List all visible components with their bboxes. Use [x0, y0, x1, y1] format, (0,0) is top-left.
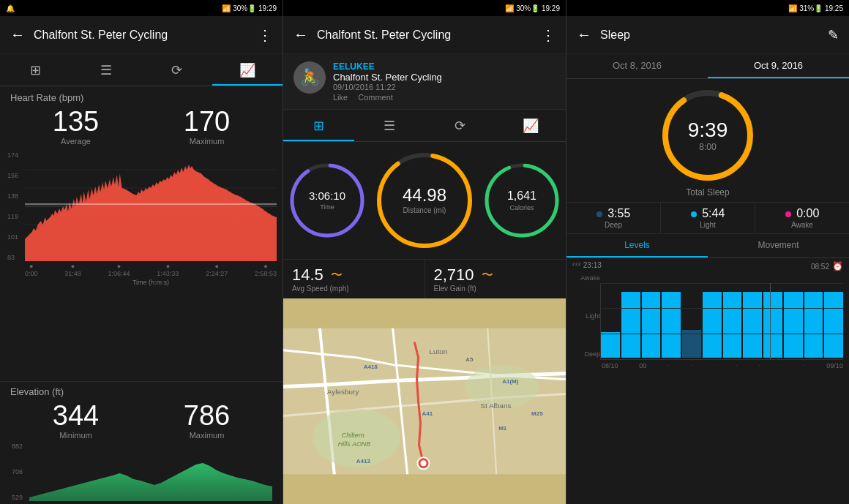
panel3-edit-button[interactable]: ✎: [828, 27, 839, 43]
sleep-bars-container: 08/10 00 · · · · · · · 09/10: [600, 274, 843, 369]
speed-wave-icon: 〜: [331, 268, 343, 283]
sleep-date-oct8[interactable]: Oct 8, 2016: [566, 54, 708, 78]
elev-y-882: 882: [12, 443, 28, 450]
deep-sleep-label: Deep: [569, 221, 657, 229]
panel1-tab-chart[interactable]: 📈: [212, 54, 283, 86]
elev-min-label: Minimum: [53, 431, 99, 440]
sleep-x-dot7: ·: [804, 362, 805, 369]
panel2-tab-list[interactable]: ☰: [354, 110, 425, 141]
panel2-tab-share[interactable]: ⟳: [424, 110, 495, 141]
light-sleep-value: 5:44: [664, 207, 752, 220]
elevation-chart-svg: [29, 443, 272, 501]
time-circle-content: 3:06:10 Time: [309, 190, 345, 211]
panel1-tab-share[interactable]: ⟳: [141, 54, 212, 86]
deep-sleep-value: 3:55: [569, 207, 657, 220]
avg-speed-label: Avg Speed (mph): [292, 285, 349, 293]
sleep-date-oct9[interactable]: Oct 9, 2016: [708, 54, 849, 78]
hr-average-label: Average: [53, 137, 99, 146]
sleep-tab-movement[interactable]: Movement: [708, 234, 849, 257]
map-container[interactable]: Luton Aylesbury St Albans Chiltern Hills…: [283, 298, 566, 504]
panel1-menu-button[interactable]: ⋮: [258, 26, 272, 44]
sleep-y-awake: Awake: [572, 274, 600, 282]
sleep-x-mid: 00: [639, 362, 646, 369]
elev-max-block: 786 Maximum: [184, 402, 230, 440]
calories-circle-content: 1,641 Calories: [507, 190, 536, 211]
sleep-x-end: 09/10: [826, 362, 843, 369]
activity-date: 09/10/2016 11:22: [333, 83, 442, 91]
hr-y-174: 174: [7, 151, 23, 159]
sleep-date-tabs: Oct 8, 2016 Oct 9, 2016: [566, 54, 849, 79]
list-icon: ☰: [100, 62, 112, 78]
hr-x-dot-0: ● 0:00: [25, 263, 38, 277]
like-button[interactable]: Like: [333, 93, 348, 102]
sleep-y-light: Light: [572, 312, 600, 320]
panel1-back-button[interactable]: ←: [10, 26, 25, 43]
comment-button[interactable]: Comment: [358, 93, 393, 102]
summary-icon: ⊞: [30, 62, 41, 78]
sleep-bar-1: [601, 332, 620, 358]
panel2-back-button[interactable]: ←: [293, 26, 308, 43]
panel2-menu-button[interactable]: ⋮: [541, 26, 556, 44]
elevation-section: Elevation (ft) 344 Minimum 786 Maximum 8…: [0, 381, 283, 504]
panel1-tab-summary[interactable]: ⊞: [0, 54, 71, 86]
sleep-x-start: 08/10: [602, 362, 618, 369]
p2-chart-icon: 📈: [523, 118, 539, 134]
time-label: Time: [309, 203, 345, 211]
sleep-x-dot5: ·: [758, 362, 760, 369]
sleep-bars: [600, 283, 843, 360]
activity-circles: 3:06:10 Time 44.98 Distance (mi): [283, 142, 566, 259]
alarm-icon: ⏰: [832, 261, 843, 271]
elevation-chart-area: 882 706 529: [10, 443, 272, 501]
heart-rate-stats: 135 Average 170 Maximum: [10, 108, 272, 146]
sleep-start-time: ᶻᶻᶻ 23:13: [572, 261, 602, 271]
sleep-tab-levels[interactable]: Levels: [566, 234, 708, 257]
svg-text:A5: A5: [465, 356, 474, 363]
speed-info: 14.5 〜 Avg Speed (mph): [292, 266, 349, 293]
time-value: 3:06:10: [309, 190, 345, 201]
light-sleep-label: Light: [664, 221, 752, 229]
panel1-tab-list[interactable]: ☰: [71, 54, 142, 86]
heart-rate-section: Heart Rate (bpm) 135 Average 170 Maximum: [0, 86, 283, 151]
sleep-x-dot4: ·: [736, 362, 737, 369]
awake-label: Awake: [758, 221, 846, 229]
hr-x-sublabel: Time (h:m:s): [25, 279, 277, 286]
sleep-x-dot3: ·: [713, 362, 714, 369]
heart-rate-title: Heart Rate (bpm): [10, 92, 272, 103]
sleep-stat-light: 5:44 Light: [661, 203, 755, 233]
sleep-end-time: 08:52 ⏰: [811, 261, 843, 271]
calories-label: Calories: [507, 204, 536, 211]
hr-x-dot-4: ● 2:24:27: [206, 263, 228, 277]
hr-average-block: 135 Average: [53, 108, 99, 146]
hr-chart-svg: [25, 151, 277, 261]
panel2-tab-chart[interactable]: 📈: [495, 110, 566, 141]
svg-text:Hills AONB: Hills AONB: [338, 440, 371, 448]
elev-gain-value: 2,710: [434, 266, 474, 285]
hr-chart-area: [25, 151, 277, 261]
status-right-2: 📶 30%🔋 19:29: [505, 4, 560, 12]
hr-x-axis: ● 0:00 ● 31:48 ● 1:06:44 ● 1:43:33 ● 2: [25, 263, 277, 277]
elevation-stats: 344 Minimum 786 Maximum: [10, 402, 272, 440]
heart-rate-chart-container: 174 156 138 119 101 83: [0, 151, 283, 381]
calories-circle: 1,641 Calories: [482, 160, 562, 241]
svg-text:A418: A418: [364, 364, 378, 370]
elev-y-axis: 882 706 529: [10, 443, 29, 501]
status-right-1: 📶 30%🔋 19:29: [222, 4, 277, 12]
sleep-chart-main: Awake Light Deep: [572, 274, 843, 369]
avg-speed-value: 14.5: [292, 266, 323, 285]
elev-gain-cell: 2,710 〜 Elev Gain (ft): [425, 260, 566, 298]
panel2-tab-summary[interactable]: ⊞: [283, 110, 354, 141]
p2-list-icon: ☰: [384, 118, 395, 134]
svg-text:Aylesbury: Aylesbury: [327, 388, 359, 396]
social-header: 🚴 EELUKEE Chalfont St. Peter Cycling 09/…: [283, 54, 566, 110]
sleep-bar-7: [723, 292, 742, 358]
panels: ← Chalfont St. Peter Cycling ⋮ ⊞ ☰ ⟳ 📈 H…: [0, 16, 849, 504]
distance-circle-content: 44.98 Distance (mi): [403, 187, 446, 214]
elev-max-label: Maximum: [184, 431, 230, 440]
panel3-back-button[interactable]: ←: [577, 26, 591, 43]
sleep-bar-3: [642, 292, 661, 358]
elev-max-value: 786: [184, 402, 230, 429]
sleep-stat-awake: 0:00 Awake: [755, 203, 849, 233]
sleep-circle-inner: 9:39 8:00: [688, 119, 728, 152]
deep-dot: [596, 211, 602, 217]
social-activity-title: Chalfont St. Peter Cycling: [333, 72, 442, 83]
